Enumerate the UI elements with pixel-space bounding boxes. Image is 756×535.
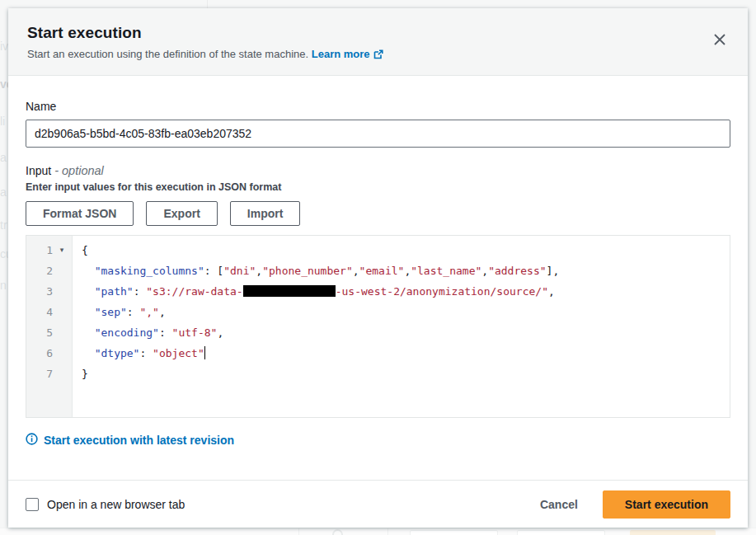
- editor-code-area[interactable]: { "masking_columns": ["dni","phone_numbe…: [73, 236, 730, 417]
- input-optional-suffix: - optional: [54, 164, 104, 177]
- format-json-button[interactable]: Format JSON: [26, 201, 134, 226]
- input-label: Input - optional: [26, 164, 730, 177]
- latest-revision-link[interactable]: Start execution with latest revision: [26, 433, 234, 448]
- code-token-plain: {: [82, 244, 88, 256]
- learn-more-label: Learn more: [312, 48, 370, 60]
- gutter-spacer: [53, 302, 71, 322]
- code-token-plain: ,: [159, 306, 166, 318]
- code-token-str: "address": [488, 265, 546, 277]
- editor-toolbar: Format JSON Export Import: [26, 201, 730, 226]
- close-icon[interactable]: [711, 31, 728, 48]
- code-token-plain: ],: [547, 265, 560, 277]
- line-number: 2: [26, 260, 53, 281]
- learn-more-link[interactable]: Learn more: [312, 48, 383, 60]
- line-number: 4: [26, 302, 53, 322]
- code-line[interactable]: {: [73, 240, 730, 260]
- gutter-spacer: [53, 343, 71, 364]
- gutter-spacer: [53, 322, 71, 343]
- open-new-tab-checkbox[interactable]: [26, 498, 39, 511]
- text-cursor: [204, 346, 206, 359]
- import-button[interactable]: Import: [230, 201, 301, 226]
- open-new-tab-label: Open in a new browser tab: [47, 498, 185, 511]
- modal-subtitle-text: Start an execution using the definition …: [27, 48, 308, 60]
- code-line[interactable]: }: [73, 364, 730, 384]
- cancel-button[interactable]: Cancel: [540, 498, 578, 511]
- input-description: Enter input values for this execution in…: [26, 181, 730, 193]
- gutter-row: 6: [26, 343, 72, 364]
- code-token-plain: :: [159, 326, 172, 339]
- code-line-content: "dtype": "object": [73, 343, 205, 364]
- modal-footer: Open in a new browser tab Cancel Start e…: [8, 480, 748, 528]
- input-label-text: Input: [26, 164, 51, 177]
- code-token-key: "dtype": [95, 347, 140, 359]
- code-token-str: "s3://raw-data-: [146, 285, 242, 298]
- gutter-row: 2: [26, 260, 72, 281]
- code-token-str: ",": [139, 306, 158, 318]
- code-line[interactable]: "dtype": "object": [73, 343, 730, 364]
- gutter-row: 5: [26, 322, 72, 343]
- line-number: 6: [26, 343, 53, 364]
- gutter-row: 1▾: [26, 240, 72, 260]
- latest-revision-label: Start execution with latest revision: [44, 434, 234, 447]
- code-token-str: -us-west-2/anonymization/source/": [336, 285, 548, 298]
- code-token-plain: [82, 265, 95, 277]
- redacted-text-box: [243, 285, 336, 297]
- code-line-content: "masking_columns": ["dni","phone_number"…: [73, 260, 559, 281]
- gutter-spacer: [53, 364, 71, 384]
- code-line-content: {: [73, 240, 88, 260]
- code-token-plain: :: [134, 285, 147, 298]
- gutter-spacer: [53, 260, 71, 281]
- modal-header: Start execution Start an execution using…: [8, 8, 748, 76]
- code-token-key: "path": [95, 285, 134, 298]
- code-token-plain: ,: [481, 265, 488, 277]
- code-token-str: "utf-8": [172, 326, 218, 339]
- gutter-row: 7: [26, 364, 72, 384]
- editor-gutter: 1▾234567: [26, 236, 73, 417]
- code-token-key: "encoding": [95, 326, 159, 339]
- code-token-str: "object": [153, 347, 204, 359]
- code-token-plain: ,: [217, 326, 223, 339]
- line-number: 5: [26, 322, 53, 343]
- code-token-plain: ,: [353, 265, 359, 277]
- code-token-key: "masking_columns": [95, 265, 204, 277]
- code-line[interactable]: "masking_columns": ["dni","phone_number"…: [73, 260, 730, 281]
- code-line-content: "path": "s3://raw-data--us-west-2/anonym…: [73, 281, 555, 302]
- external-link-icon: [373, 49, 383, 62]
- code-token-plain: :: [139, 347, 153, 359]
- code-token-plain: :: [127, 306, 140, 318]
- line-number: 1: [26, 240, 53, 260]
- code-token-str: "email": [359, 265, 405, 277]
- code-token-plain: ,: [256, 265, 262, 277]
- name-input[interactable]: [26, 120, 730, 148]
- gutter-row: 4: [26, 302, 72, 322]
- code-line-content: }: [73, 364, 88, 384]
- code-line-content: "encoding": "utf-8",: [73, 322, 223, 343]
- code-token-plain: [82, 347, 95, 359]
- info-icon: [26, 433, 38, 448]
- code-token-key: "sep": [95, 306, 127, 318]
- export-button[interactable]: Export: [146, 201, 217, 226]
- code-token-plain: [82, 285, 95, 298]
- code-line[interactable]: "path": "s3://raw-data--us-west-2/anonym…: [73, 281, 730, 302]
- json-input-editor[interactable]: 1▾234567 { "masking_columns": ["dni","ph…: [26, 235, 730, 418]
- code-token-str: "last_name": [411, 265, 481, 277]
- gutter-spacer: [53, 281, 71, 302]
- start-execution-button[interactable]: Start execution: [603, 490, 730, 519]
- line-number: 3: [26, 281, 53, 302]
- code-line-content: "sep": ",",: [73, 302, 166, 322]
- modal-body: Name Input - optional Enter input values…: [8, 76, 748, 458]
- modal-subtitle: Start an execution using the definition …: [27, 48, 728, 62]
- fold-caret-icon[interactable]: ▾: [53, 240, 71, 260]
- footer-actions: Cancel Start execution: [540, 490, 730, 519]
- line-number: 7: [26, 364, 53, 384]
- code-line[interactable]: "encoding": "utf-8",: [73, 322, 730, 343]
- modal-title: Start execution: [27, 24, 728, 42]
- code-token-plain: [82, 326, 95, 339]
- open-new-tab-checkbox-row[interactable]: Open in a new browser tab: [26, 498, 185, 511]
- code-token-plain: : [: [204, 265, 223, 277]
- code-line[interactable]: "sep": ",",: [73, 302, 730, 322]
- code-token-plain: [82, 306, 95, 318]
- start-execution-modal: Start execution Start an execution using…: [8, 8, 748, 528]
- code-token-plain: }: [82, 368, 88, 380]
- code-token-plain: ,: [548, 285, 555, 298]
